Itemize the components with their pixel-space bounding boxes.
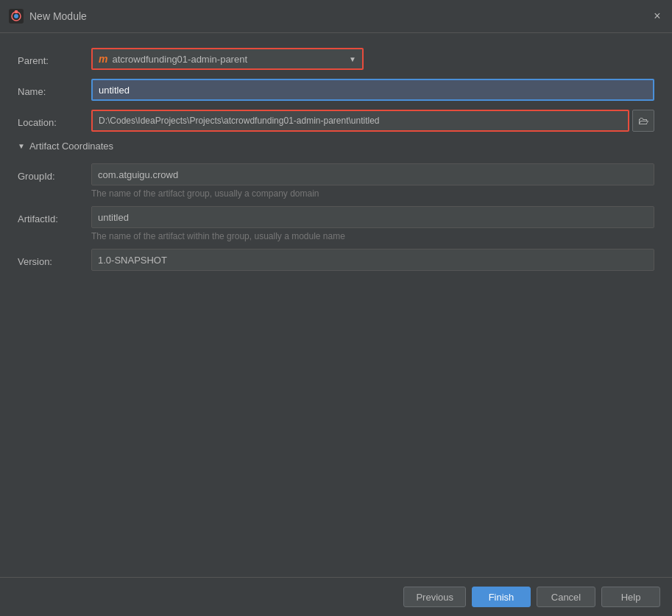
name-label: Name: bbox=[18, 83, 91, 97]
location-label: Location: bbox=[18, 114, 91, 128]
section-title: Artifact Coordinates bbox=[29, 141, 113, 152]
parent-row: Parent: m atcrowdfunding01-admin-parent … bbox=[18, 48, 654, 70]
version-label: Version: bbox=[18, 253, 91, 267]
location-input[interactable] bbox=[91, 110, 629, 132]
artifactid-label: ArtifactId: bbox=[18, 210, 91, 224]
version-row: Version: bbox=[18, 249, 654, 271]
name-input[interactable] bbox=[91, 79, 654, 101]
help-button[interactable]: Help bbox=[601, 587, 660, 607]
name-row: Name: bbox=[18, 79, 654, 101]
title-bar: New Module × bbox=[0, 0, 672, 33]
close-button[interactable]: × bbox=[651, 10, 663, 22]
parent-select[interactable]: m atcrowdfunding01-admin-parent ▼ bbox=[91, 48, 364, 70]
location-row: Location: 🗁 bbox=[18, 110, 654, 132]
maven-icon: m bbox=[99, 53, 107, 65]
location-field-group: 🗁 bbox=[91, 110, 654, 132]
artifactid-hint: The name of the artifact within the grou… bbox=[91, 231, 654, 241]
new-module-dialog: New Module × Parent: m atcrowdfunding01-… bbox=[0, 0, 672, 616]
finish-button[interactable]: Finish bbox=[472, 587, 531, 607]
cancel-button[interactable]: Cancel bbox=[537, 587, 595, 607]
dialog-content: Parent: m atcrowdfunding01-admin-parent … bbox=[0, 33, 672, 577]
artifactid-row: ArtifactId: bbox=[18, 206, 654, 228]
groupid-label: GroupId: bbox=[18, 168, 91, 182]
folder-icon: 🗁 bbox=[638, 115, 648, 127]
groupid-row: GroupId: bbox=[18, 163, 654, 185]
groupid-input[interactable] bbox=[91, 163, 654, 185]
section-header: ▼ Artifact Coordinates bbox=[18, 141, 654, 152]
groupid-hint: The name of the artifact group, usually … bbox=[91, 188, 654, 199]
section-toggle-icon[interactable]: ▼ bbox=[18, 142, 25, 150]
dialog-title: New Module bbox=[29, 10, 651, 22]
parent-value: atcrowdfunding01-admin-parent bbox=[112, 54, 247, 65]
dropdown-arrow-icon: ▼ bbox=[349, 55, 356, 63]
app-icon bbox=[9, 9, 24, 24]
svg-point-2 bbox=[14, 14, 18, 18]
artifact-coordinates-section: ▼ Artifact Coordinates GroupId: The name… bbox=[18, 141, 654, 271]
browse-button[interactable]: 🗁 bbox=[632, 110, 654, 132]
parent-label: Parent: bbox=[18, 52, 91, 66]
previous-button[interactable]: Previous bbox=[403, 587, 466, 607]
svg-rect-3 bbox=[15, 10, 18, 13]
artifactid-input[interactable] bbox=[91, 206, 654, 228]
version-input[interactable] bbox=[91, 249, 654, 271]
dialog-footer: Previous Finish Cancel Help bbox=[0, 577, 672, 616]
